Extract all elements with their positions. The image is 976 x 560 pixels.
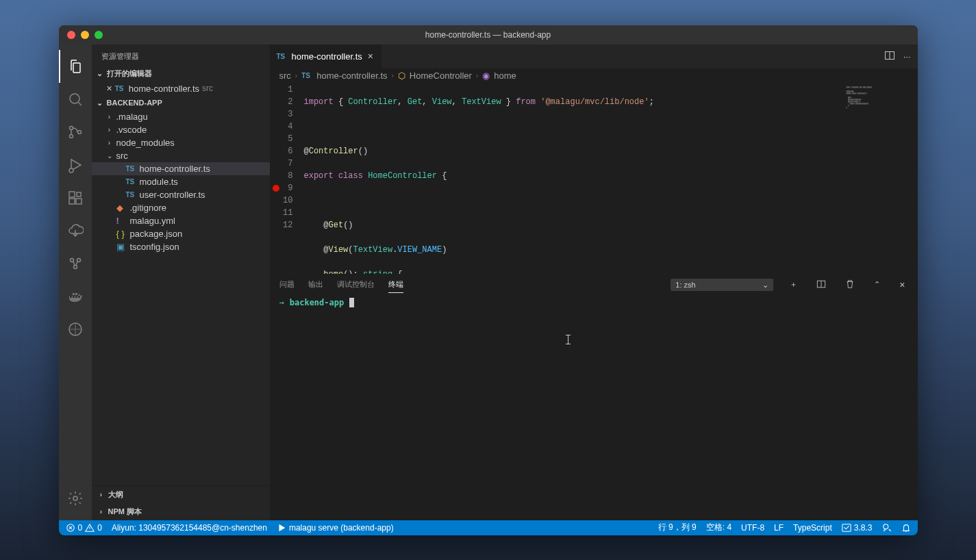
file-item[interactable]: { }package.json xyxy=(92,227,270,240)
sidebar-title: 资源管理器 xyxy=(92,44,270,66)
class-icon: ⬡ xyxy=(398,71,405,81)
file-item[interactable]: TSmodule.ts xyxy=(92,175,270,188)
status-language[interactable]: TypeScript xyxy=(793,523,832,533)
ts-file-icon: TS xyxy=(126,178,137,186)
chevron-down-icon: ⌄ xyxy=(96,69,104,78)
project-header[interactable]: ⌄ BACKEND-APP xyxy=(92,96,270,110)
debug-icon[interactable] xyxy=(59,149,92,181)
tabs: TS home-controller.ts × ··· xyxy=(270,44,918,68)
chevron-icon: › xyxy=(105,126,114,133)
status-errors[interactable]: 0 0 xyxy=(66,523,102,533)
outline-section[interactable]: › 大纲 xyxy=(92,486,270,503)
new-terminal-icon[interactable]: ＋ xyxy=(787,278,800,291)
close-editor-icon[interactable]: × xyxy=(107,84,112,93)
close-tab-icon[interactable]: × xyxy=(366,50,375,62)
prompt-arrow: → xyxy=(279,298,284,307)
breadcrumb-item[interactable]: home xyxy=(494,71,516,81)
status-eol[interactable]: LF xyxy=(774,523,784,533)
svg-rect-17 xyxy=(842,524,851,531)
chevron-right-icon: › xyxy=(476,72,478,79)
file-item[interactable]: ◆.gitignore xyxy=(92,201,270,214)
status-run[interactable]: malagu serve (backend-app) xyxy=(277,523,394,533)
breadcrumb-item[interactable]: home-controller.ts xyxy=(316,71,387,81)
yml-file-icon: ! xyxy=(116,216,127,226)
settings-icon[interactable] xyxy=(59,482,92,515)
file-item[interactable]: ▣tsconfig.json xyxy=(92,240,270,253)
svg-rect-5 xyxy=(69,192,75,197)
main: TS home-controller.ts × ··· src › TS hom… xyxy=(270,44,918,520)
more-actions-icon[interactable]: ··· xyxy=(903,51,911,62)
chevron-right-icon: › xyxy=(97,491,105,498)
svg-rect-6 xyxy=(69,199,75,204)
ts-file-icon: TS xyxy=(115,85,126,92)
chevron-icon: › xyxy=(105,139,114,147)
svg-point-3 xyxy=(77,130,81,133)
svg-point-18 xyxy=(883,524,888,529)
ts-file-icon: TS xyxy=(126,191,137,199)
text-cursor-icon xyxy=(568,335,568,344)
breadcrumb-item[interactable]: src xyxy=(279,71,291,81)
kill-terminal-icon[interactable] xyxy=(842,278,858,292)
titlebar: home-controller.ts — backend-app xyxy=(59,25,918,44)
chevron-right-icon: › xyxy=(295,72,297,79)
cloud-icon[interactable] xyxy=(59,214,92,247)
open-editor-item[interactable]: × TS home-controller.ts src xyxy=(92,81,270,96)
folder-item[interactable]: ›node_modules xyxy=(92,136,270,149)
close-panel-icon[interactable]: × xyxy=(897,279,908,291)
panel-tab-output[interactable]: 输出 xyxy=(308,277,323,292)
folder-item[interactable]: ›.vscode xyxy=(92,123,270,136)
status-encoding[interactable]: UTF-8 xyxy=(741,523,764,533)
remote-icon[interactable] xyxy=(59,247,92,280)
git-file-icon: ◆ xyxy=(116,203,127,213)
terminal[interactable]: → backend-app xyxy=(270,295,918,520)
panel-tab-terminal[interactable]: 终端 xyxy=(388,277,403,293)
svg-point-1 xyxy=(69,126,73,129)
status-aliyun[interactable]: Aliyun: 1304957362154485@cn-shenzhen xyxy=(112,523,267,533)
breakpoint-icon[interactable] xyxy=(273,185,279,192)
sidebar: 资源管理器 ⌄ 打开的编辑器 × TS home-controller.ts s… xyxy=(92,44,270,520)
editor[interactable]: 123456789101112 import { Controller, Get… xyxy=(270,84,918,274)
minimize-window[interactable] xyxy=(81,31,89,39)
status-spaces[interactable]: 空格: 4 xyxy=(706,522,731,533)
svg-point-13 xyxy=(73,496,77,500)
statusbar: 0 0 Aliyun: 1304957362154485@cn-shenzhen… xyxy=(59,520,918,535)
breadcrumbs[interactable]: src › TS home-controller.ts › ⬡ HomeCont… xyxy=(270,68,918,84)
folder-item[interactable]: ›.malagu xyxy=(92,110,270,123)
chevron-icon: › xyxy=(105,113,114,120)
file-item[interactable]: TSuser-controller.ts xyxy=(92,188,270,201)
svg-rect-7 xyxy=(76,199,82,204)
svg-point-0 xyxy=(70,94,79,103)
npm-scripts-section[interactable]: › NPM 脚本 xyxy=(92,503,270,520)
vscode-window: home-controller.ts — backend-app xyxy=(59,25,918,535)
docker-icon[interactable] xyxy=(59,280,92,313)
terminal-select[interactable]: 1: zsh xyxy=(671,279,773,291)
window-title: home-controller.ts — backend-app xyxy=(425,30,551,40)
file-item[interactable]: !malagu.yml xyxy=(92,214,270,227)
search-icon[interactable] xyxy=(59,83,92,116)
project-icon[interactable] xyxy=(59,313,92,346)
prompt-folder: backend-app xyxy=(290,298,344,307)
status-bell-icon[interactable] xyxy=(901,523,911,533)
maximize-panel-icon[interactable]: ⌃ xyxy=(871,279,883,290)
panel-tab-problems[interactable]: 问题 xyxy=(279,277,295,292)
split-terminal-icon[interactable] xyxy=(814,278,829,292)
source-control-icon[interactable] xyxy=(59,116,92,149)
file-item[interactable]: TShome-controller.ts xyxy=(92,162,270,175)
minimap[interactable]: ████ █ ████████ ███ ████ ██████ ████████… xyxy=(842,84,918,274)
status-tsversion[interactable]: 3.8.3 xyxy=(842,523,873,533)
editor-tab[interactable]: TS home-controller.ts × xyxy=(270,44,383,68)
panel-tab-debug[interactable]: 调试控制台 xyxy=(337,277,375,292)
open-editors-header[interactable]: ⌄ 打开的编辑器 xyxy=(92,66,270,81)
status-linecol[interactable]: 行 9，列 9 xyxy=(658,522,697,533)
terminal-cursor xyxy=(349,298,354,307)
split-editor-icon[interactable] xyxy=(884,50,895,63)
breadcrumb-item[interactable]: HomeController xyxy=(410,71,472,81)
explorer-icon[interactable] xyxy=(59,50,92,83)
extensions-icon[interactable] xyxy=(59,181,92,214)
status-feedback-icon[interactable] xyxy=(882,523,892,533)
maximize-window[interactable] xyxy=(95,31,103,39)
code-area[interactable]: import { Controller, Get, View, TextView… xyxy=(304,84,918,274)
close-window[interactable] xyxy=(67,31,75,39)
ts-file-icon: TS xyxy=(277,53,288,60)
folder-item[interactable]: ⌄src xyxy=(92,149,270,162)
